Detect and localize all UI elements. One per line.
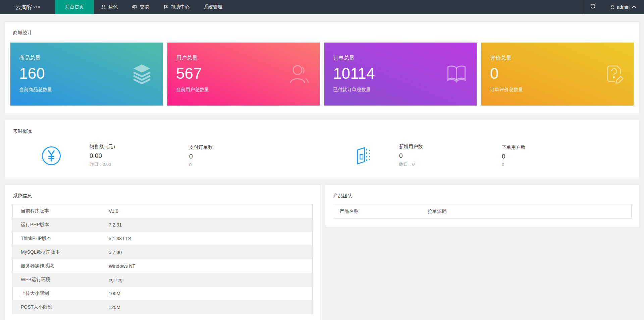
app-logo[interactable]: 云淘客 V1.0: [0, 0, 55, 14]
card-sub: 当前用户总数量: [176, 87, 320, 93]
row-label: 产品名称: [340, 208, 428, 214]
cube-door-icon: [355, 146, 372, 166]
system-info-table: 当前程序版本 V1.0 运行PHP版本 7.2.31 ThinkPHP版本 5.…: [12, 204, 313, 314]
row-label: WEB运行环境: [21, 277, 109, 283]
rt-stat-sales: 销售额（元） 0.00 昨日：0.00: [90, 144, 189, 168]
review-note-icon: [605, 63, 624, 85]
stat-card-users: 用户总量 567 当前用户总数量: [167, 43, 320, 106]
bottom-row: 系统信息 当前程序版本 V1.0 运行PHP版本 7.2.31 ThinkPHP…: [5, 185, 639, 320]
realtime-stats-row: 销售额（元） 0.00 昨日：0.00 支付订单数 0 0: [5, 144, 639, 168]
rt-label: 新增用户数: [399, 144, 502, 150]
open-book-icon: [446, 64, 467, 84]
row-label: ThinkPHP版本: [21, 236, 109, 242]
app-logo-text: 云淘客: [15, 3, 33, 11]
user-menu[interactable]: admin: [602, 0, 644, 14]
navbar-right: admin: [584, 0, 644, 14]
top-navbar: 云淘客 V1.0 后台首页 角色 交易: [0, 0, 644, 14]
stat-card-orders: 订单总量 10114 已付款订单总数量: [324, 43, 477, 106]
shop-stats-panel: 商城统计 商品总量 160 当前商品总数量: [5, 21, 639, 113]
row-value: 100M: [109, 291, 120, 296]
row-value: 抢单源码: [428, 208, 446, 214]
nav-item-label: 后台首页: [65, 4, 84, 10]
nav-item-dashboard[interactable]: 后台首页: [55, 0, 94, 14]
rt-stat-ordering-users: 下单用户数 0 0: [502, 144, 602, 167]
rt-sub: 昨日：0.00: [90, 162, 189, 168]
table-row: POST大小限制 120M: [13, 301, 312, 314]
panel-title: 系统信息: [5, 185, 320, 199]
card-label: 订单总量: [333, 55, 477, 62]
row-label: 上传大小限制: [21, 291, 109, 297]
nav-item-label: 帮助中心: [171, 4, 190, 10]
row-label: 服务器操作系统: [21, 263, 109, 269]
rt-stat-paid-orders: 支付订单数 0 0: [189, 144, 355, 167]
rt-value: 0.00: [90, 152, 189, 159]
chevron-up-icon: [632, 6, 636, 8]
table-row: 当前程序版本 V1.0: [13, 204, 312, 218]
panel-title: 商城统计: [5, 22, 639, 36]
layers-icon: [130, 64, 153, 84]
row-value: 120M: [109, 305, 120, 310]
table-row: 产品名称 抢单源码: [333, 204, 631, 218]
table-row: 运行PHP版本 7.2.31: [13, 218, 312, 232]
panel-title: 产品团队: [325, 185, 639, 199]
table-row: 服务器操作系统 Windows NT: [13, 259, 312, 273]
main-content: 商城统计 商品总量 160 当前商品总数量: [0, 14, 644, 320]
username: admin: [617, 4, 630, 10]
rt-sub: 0: [502, 162, 602, 167]
stat-card-reviews: 评价总量 0 订单评价总数量: [481, 43, 634, 106]
flag-icon: [163, 4, 168, 10]
refresh-button[interactable]: [584, 0, 602, 14]
row-label: MySQL数据库版本: [21, 249, 109, 255]
nav-item-label: 系统管理: [204, 4, 222, 10]
table-row: WEB运行环境 cgi-fcgi: [13, 273, 312, 287]
scales-icon: [132, 4, 138, 10]
rt-label: 销售额（元）: [90, 144, 189, 150]
card-label: 评价总量: [490, 55, 634, 62]
row-value: cgi-fcgi: [109, 277, 123, 282]
rt-value: 0: [502, 153, 602, 160]
nav-item-label: 角色: [108, 4, 118, 10]
app-version: V1.0: [34, 5, 40, 9]
nav-item-label: 交易: [140, 4, 149, 10]
card-label: 商品总量: [19, 55, 163, 62]
admin-dashboard: 云淘客 V1.0 后台首页 角色 交易: [0, 0, 644, 320]
user-icon: [610, 5, 615, 10]
rt-sub: 昨日：0: [399, 162, 502, 168]
stat-card-products: 商品总量 160 当前商品总数量: [10, 43, 163, 106]
row-label: 运行PHP版本: [21, 222, 109, 228]
table-row: 上传大小限制 100M: [13, 287, 312, 301]
refresh-icon: [590, 4, 596, 11]
nav-item-system-settings[interactable]: 系统管理: [197, 0, 229, 14]
product-team-table: 产品名称 抢单源码: [333, 204, 632, 219]
nav-item-trade[interactable]: 交易: [125, 0, 156, 14]
users-icon: [289, 64, 310, 84]
table-row: MySQL数据库版本 5.7.30: [13, 246, 312, 259]
rt-label: 支付订单数: [189, 144, 355, 150]
row-value: Windows NT: [109, 263, 135, 269]
nav-item-help-center[interactable]: 帮助中心: [156, 0, 197, 14]
card-sub: 当前商品总数量: [19, 87, 163, 93]
realtime-panel: 实时概况 销售额（元） 0.00 昨日：0.00 支付订单数 0 0: [5, 120, 639, 178]
card-sub: 已付款订单总数量: [333, 87, 477, 93]
rt-value: 0: [399, 152, 502, 159]
row-value: 7.2.31: [109, 222, 122, 228]
row-label: POST大小限制: [21, 304, 109, 310]
rt-stat-new-users: 新增用户数 0 昨日：0: [399, 144, 502, 168]
rt-label: 下单用户数: [502, 144, 602, 150]
row-value: 5.7.30: [109, 250, 122, 255]
panel-title: 实时概况: [5, 120, 639, 134]
rt-sub: 0: [189, 162, 355, 167]
table-row: ThinkPHP版本 5.1.38 LTS: [13, 232, 312, 246]
stat-cards-row: 商品总量 160 当前商品总数量 用户总量 567: [5, 36, 639, 113]
card-sub: 订单评价总数量: [490, 87, 634, 93]
row-label: 当前程序版本: [21, 208, 109, 214]
rt-value: 0: [189, 153, 355, 160]
user-icon: [101, 4, 106, 10]
row-value: V1.0: [109, 208, 118, 214]
row-value: 5.1.38 LTS: [109, 236, 131, 241]
card-label: 用户总量: [176, 55, 320, 62]
nav-item-roles[interactable]: 角色: [94, 0, 125, 14]
yen-circle-icon: [41, 146, 61, 166]
product-team-panel: 产品团队 产品名称 抢单源码: [325, 185, 639, 228]
system-info-panel: 系统信息 当前程序版本 V1.0 运行PHP版本 7.2.31 ThinkPHP…: [5, 185, 320, 320]
